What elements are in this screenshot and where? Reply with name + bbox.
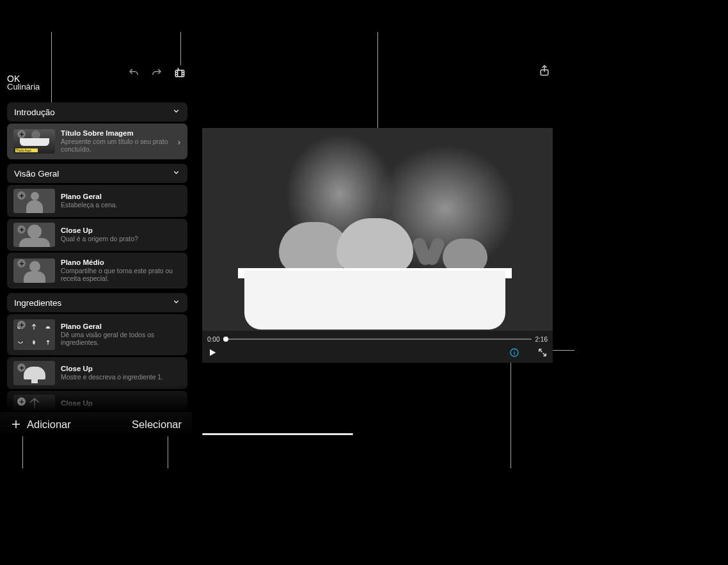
shot-row-overview-closeup[interactable]: Close UpQual é a origem do prato? [7,219,187,251]
shot-row-overview-medium[interactable]: Plano MédioCompartilhe o que torna este … [7,253,187,289]
add-media-icon[interactable] [17,191,26,200]
viewer-controls: 0:00 2:16 [202,331,553,363]
section-header-ingredients[interactable]: Ingredientes [7,293,187,312]
svg-rect-0 [175,70,184,77]
shot-desc: Apresente com um título o seu prato conc… [61,138,178,154]
shot-row-ingredients-closeup-2[interactable]: Close Up [7,391,187,411]
preview-canvas [202,128,553,363]
add-media-icon[interactable] [17,397,26,406]
callout-line [180,32,181,65]
illustration-plate [244,271,505,330]
shot-desc: Compartilhe o que torna este prato ou re… [61,267,178,283]
shot-desc: Dê uma visão geral de todos os ingredien… [61,331,178,347]
section-header-overview[interactable]: Visão Geral [7,164,187,183]
add-button-label: Adicionar [27,418,71,431]
project-title: Culinária [7,82,40,92]
time-end: 2:16 [535,336,548,343]
add-media-icon[interactable] [17,363,26,372]
redo-icon[interactable] [150,66,164,80]
undo-icon[interactable] [127,66,141,80]
select-button[interactable]: Selecionar [132,418,182,431]
svg-line-33 [543,353,546,356]
playhead-track[interactable]: 0:00 2:16 [207,335,548,344]
add-media-icon[interactable] [17,321,26,329]
section-header-intro[interactable]: Introdução [7,102,187,122]
shot-title: Close Up [61,227,178,235]
home-indicator [202,433,353,435]
callout-line [549,350,574,351]
svg-rect-21 [48,342,49,344]
shot-row-title-over-image[interactable]: Título Aqui Título Sobre Imagem Apresent… [7,123,187,159]
tips-icon[interactable] [509,347,519,358]
timeline-bar[interactable] [223,338,531,340]
section-label: Visão Geral [14,169,59,179]
chevron-down-icon [172,297,180,308]
chevron-down-icon [172,106,180,118]
callout-line [510,357,511,468]
add-button[interactable]: Adicionar [10,418,71,431]
chevron-down-icon [172,168,180,179]
callout-line [377,32,378,129]
fullscreen-icon[interactable] [537,347,548,358]
add-media-icon[interactable] [17,130,26,138]
shot-desc: Mostre e descreva o ingrediente 1. [61,374,178,381]
playhead-icon[interactable] [223,337,228,342]
storyboard-toggle-icon[interactable] [173,66,187,80]
time-start: 0:00 [207,336,219,343]
illustration-food [336,218,413,273]
shot-row-ingredients-closeup-1[interactable]: Close UpMostre e descreva o ingrediente … [7,357,187,389]
add-media-icon[interactable] [17,259,26,267]
add-media-icon[interactable] [17,225,26,234]
shot-row-ingredients-wide[interactable]: Plano GeralDê uma visão geral de todos o… [7,314,187,355]
section-label: Ingredientes [14,298,61,308]
shot-text: Título Sobre Imagem Apresente com um tít… [61,129,182,154]
shot-title: Plano Geral [61,322,178,331]
svg-rect-20 [47,340,49,342]
section-label: Introdução [14,107,55,117]
shot-list: Introdução Título Aqui Título Sobre Imag… [7,102,187,411]
sidebar-bottom-bar: Adicionar Selecionar [0,412,192,436]
play-icon[interactable] [207,347,218,358]
shot-title: Plano Médio [61,259,178,267]
shot-title: Close Up [61,365,178,373]
shot-desc: Estabeleça a cena. [61,202,178,209]
shot-title: Título Sobre Imagem [61,129,178,138]
shot-desc: Qual é a origem do prato? [61,235,178,243]
svg-line-32 [539,349,542,352]
shot-title: Close Up [61,399,178,408]
share-icon[interactable] [538,64,552,78]
svg-point-31 [514,350,514,351]
preview-viewer: 0:00 2:16 [202,128,553,363]
svg-marker-28 [210,349,216,356]
shot-title: Plano Geral [61,193,178,201]
shot-row-overview-wide[interactable]: Plano GeralEstabeleça a cena. [7,185,187,217]
chevron-right-icon [176,138,182,149]
